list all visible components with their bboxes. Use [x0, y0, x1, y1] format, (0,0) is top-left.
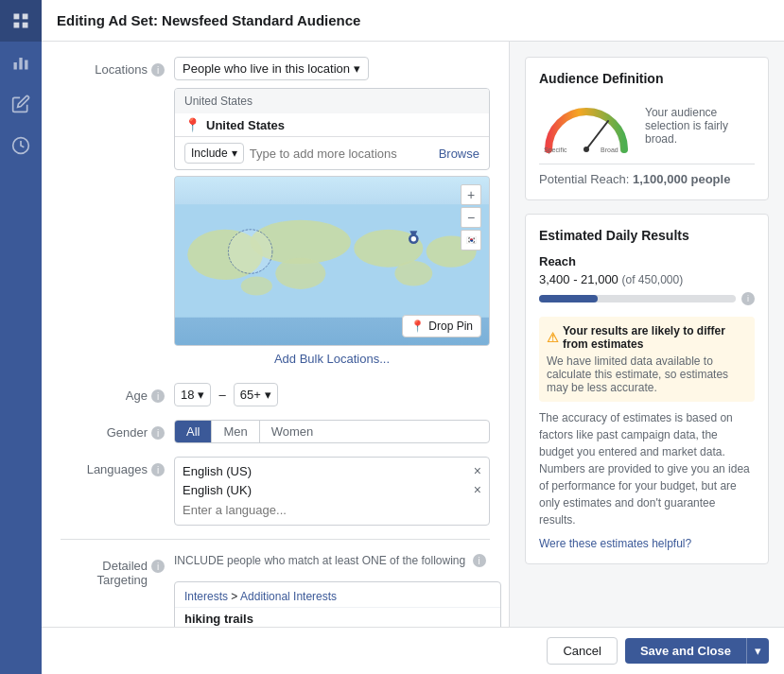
svg-point-16 [228, 230, 271, 273]
include-chevron-icon: ▾ [232, 147, 237, 160]
save-and-close-button[interactable]: Save and Close [625, 638, 746, 664]
age-min-chevron-icon: ▾ [198, 388, 204, 402]
gender-women-button[interactable]: Women [259, 421, 325, 442]
gender-all-button[interactable]: All [175, 421, 211, 442]
clock-icon[interactable] [0, 125, 42, 166]
gender-men-button[interactable]: Men [211, 421, 258, 442]
interests-link[interactable]: Interests [184, 590, 228, 603]
country-name: United States [206, 118, 285, 132]
svg-rect-6 [25, 60, 27, 70]
age-min-select[interactable]: 18 ▾ [174, 383, 211, 406]
svg-rect-2 [14, 23, 20, 28]
map-container: + − 🇰🇷 📍 Drop Pin [174, 176, 490, 346]
include-info-icon[interactable]: i [473, 554, 486, 567]
drop-pin-icon: 📍 [410, 320, 425, 333]
page-title: Editing Ad Set: Newsfeed Standard Audien… [57, 12, 360, 28]
warning-title-text: Your results are likely to differ from e… [563, 324, 747, 351]
country-label-small: United States [175, 89, 489, 113]
chart-icon[interactable] [0, 42, 42, 83]
reach-range-value: 3,400 - 21,000 (of 450,000) [539, 272, 755, 286]
additional-interests-link[interactable]: Additional Interests [240, 590, 337, 603]
gender-button-group: All Men Women [174, 420, 490, 443]
svg-rect-4 [14, 62, 17, 70]
reach-progress: i [539, 292, 755, 305]
gauge-description: Your audience selection is fairly broad. [645, 106, 755, 146]
map-zoom-out-button[interactable]: − [461, 207, 481, 228]
reach-range-text: 3,400 - 21,000 [539, 272, 618, 286]
age-controls: 18 ▾ – 65+ ▾ [174, 383, 490, 406]
audience-definition-title: Audience Definition [539, 71, 755, 86]
save-dropdown-button[interactable]: ▾ [746, 638, 769, 664]
locations-info-icon[interactable]: i [151, 63, 165, 77]
age-min-value: 18 [181, 388, 194, 402]
gender-info-icon[interactable]: i [151, 426, 165, 440]
svg-rect-0 [14, 14, 20, 20]
location-dropdown-value: People who live in this location [183, 61, 350, 76]
locations-row: Locations i People who live in this loca… [61, 57, 490, 370]
page-footer: Cancel Save and Close ▾ [42, 627, 784, 674]
save-button-group: Save and Close ▾ [625, 638, 769, 664]
languages-label-text: Languages [87, 462, 148, 476]
helpful-link[interactable]: Were these estimates helpful? [539, 537, 691, 550]
detailed-targeting-info-icon[interactable]: i [151, 560, 165, 573]
languages-label: Languages i [61, 457, 174, 476]
svg-text:Broad: Broad [601, 147, 618, 153]
svg-point-21 [584, 147, 589, 152]
save-dropdown-chevron-icon: ▾ [755, 644, 761, 658]
age-max-select[interactable]: 65+ ▾ [234, 383, 278, 406]
age-dash: – [218, 388, 225, 402]
language-box: English (US) × English (UK) × [174, 457, 490, 526]
language-tag-en-us: English (US) × [183, 463, 481, 478]
map-controls: + − 🇰🇷 [461, 184, 481, 251]
location-header: People who live in this location ▾ [174, 57, 490, 80]
include-dropdown[interactable]: Include ▾ [184, 143, 244, 164]
languages-info-icon[interactable]: i [151, 463, 165, 476]
progress-fill [539, 295, 598, 302]
estimated-daily-title: Estimated Daily Results [539, 228, 755, 243]
home-icon[interactable] [0, 0, 42, 42]
targeting-interest-item: hiking trails [175, 608, 500, 627]
drop-pin-label: Drop Pin [428, 320, 473, 333]
svg-line-20 [586, 121, 608, 149]
language-en-uk-label: English (UK) [183, 483, 252, 497]
content-area: Locations i People who live in this loca… [42, 42, 784, 627]
gender-content: All Men Women [174, 420, 490, 443]
drop-pin-button[interactable]: 📍 Drop Pin [402, 315, 481, 337]
targeting-category: Interests > Additional Interests [175, 582, 500, 608]
gender-label: Gender i [61, 420, 174, 440]
age-info-icon[interactable]: i [151, 389, 165, 403]
chevron-down-icon: ▾ [354, 61, 360, 76]
include-row: Include ▾ Browse [175, 136, 489, 169]
add-bulk-link[interactable]: Add Bulk Locations... [174, 352, 490, 366]
reach-metric-label: Reach [539, 254, 755, 268]
reach-of-text: (of 450,000) [621, 273, 683, 286]
right-panel: Audience Definition [510, 42, 784, 627]
language-en-uk-remove-button[interactable]: × [474, 482, 481, 497]
location-search-input[interactable] [250, 147, 433, 161]
country-item: 📍 United States [175, 113, 489, 136]
language-en-us-remove-button[interactable]: × [474, 463, 481, 478]
languages-content: English (US) × English (UK) × [174, 457, 490, 526]
location-browse-button[interactable]: Browse [439, 147, 479, 161]
detailed-targeting-label: Detailed Targeting i [61, 553, 174, 587]
progress-info-icon[interactable]: i [741, 292, 755, 305]
potential-reach-label: Potential Reach: [539, 172, 629, 186]
svg-rect-1 [23, 14, 28, 20]
location-type-dropdown[interactable]: People who live in this location ▾ [174, 57, 369, 80]
svg-point-11 [275, 258, 325, 289]
gauge-section: Specific Broad Your audience selection i… [539, 97, 755, 154]
language-input[interactable] [183, 501, 481, 519]
warning-title: ⚠ Your results are likely to differ from… [547, 324, 747, 351]
age-max-value: 65+ [240, 388, 261, 402]
locations-label-text: Locations [95, 62, 148, 77]
detailed-targeting-label-text: Detailed Targeting [61, 559, 148, 587]
cancel-button[interactable]: Cancel [547, 637, 617, 665]
map-korea-button[interactable]: 🇰🇷 [461, 230, 481, 251]
age-max-chevron-icon: ▾ [265, 388, 271, 402]
warning-text: We have limited data available to calcul… [547, 354, 728, 394]
page-header: Editing Ad Set: Newsfeed Standard Audien… [42, 0, 784, 42]
map-zoom-in-button[interactable]: + [461, 184, 481, 205]
location-box: United States 📍 United States Include ▾ [174, 88, 490, 170]
edit-icon[interactable] [0, 83, 42, 125]
gender-label-text: Gender [107, 425, 148, 440]
